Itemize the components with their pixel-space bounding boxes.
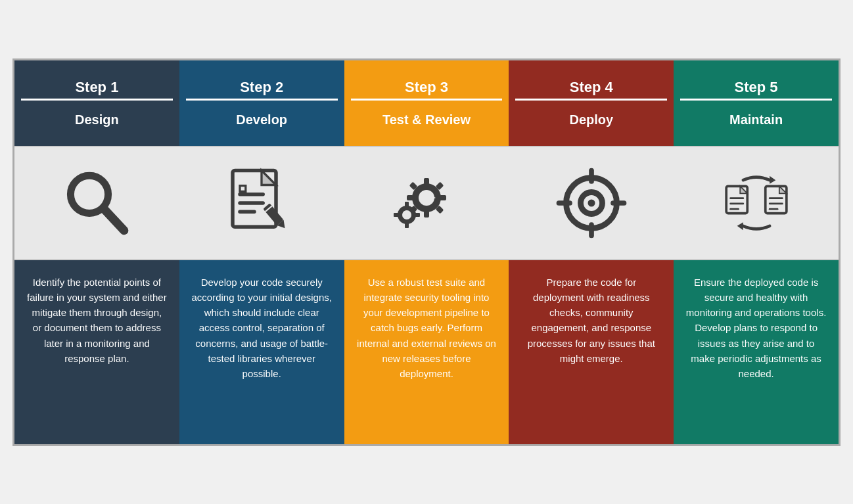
svg-rect-13	[424, 211, 429, 218]
step4-label: Step 4	[515, 79, 667, 101]
step1-label: Step 1	[21, 79, 173, 101]
step5-label: Step 5	[680, 79, 832, 101]
icon-row	[14, 146, 839, 260]
svg-rect-12	[424, 178, 429, 185]
infographic: Step 1 Design Step 2 Develop Step 3 Test…	[12, 58, 841, 446]
step5-header: Step 5 Maintain	[674, 60, 839, 146]
step5-desc-cell: Ensure the deployed code is secure and h…	[674, 260, 839, 444]
svg-rect-25	[415, 213, 420, 217]
svg-rect-14	[440, 195, 446, 200]
step4-phase: Deploy	[569, 112, 613, 127]
step2-desc-cell: Develop your code securely according to …	[179, 260, 344, 444]
step3-phase: Test & Review	[382, 112, 471, 127]
step1-phase: Design	[75, 112, 119, 127]
step1-description: Identify the potential points of failure…	[26, 275, 168, 367]
svg-point-22	[402, 210, 411, 219]
search-icon	[60, 167, 133, 239]
svg-marker-43	[737, 222, 743, 230]
step2-description: Develop your code securely according to …	[191, 275, 333, 382]
step1-icon-cell	[14, 147, 179, 259]
svg-rect-23	[405, 202, 409, 207]
header-row: Step 1 Design Step 2 Develop Step 3 Test…	[14, 60, 839, 146]
step3-description: Use a robust test suite and integrate se…	[356, 275, 497, 382]
svg-marker-42	[770, 175, 775, 183]
step1-desc-cell: Identify the potential points of failure…	[14, 260, 179, 444]
svg-rect-24	[405, 223, 409, 228]
step3-label: Step 3	[351, 79, 503, 101]
svg-rect-26	[394, 213, 399, 217]
document-edit-icon	[225, 167, 298, 239]
step1-header: Step 1 Design	[14, 60, 179, 146]
step5-description: Ensure the deployed code is secure and h…	[685, 275, 827, 382]
step5-icon-cell	[674, 147, 839, 259]
step4-header: Step 4 Deploy	[509, 60, 674, 146]
target-icon	[555, 167, 628, 239]
step4-desc-cell: Prepare the code for deployment with rea…	[509, 260, 674, 444]
step2-icon-cell	[179, 147, 344, 259]
desc-row: Identify the potential points of failure…	[14, 260, 839, 444]
step2-label: Step 2	[186, 79, 338, 101]
svg-line-1	[104, 208, 124, 230]
step3-desc-cell: Use a robust test suite and integrate se…	[344, 260, 509, 444]
step2-phase: Develop	[236, 112, 287, 127]
svg-point-29	[588, 199, 595, 206]
gears-icon	[390, 167, 463, 239]
svg-rect-15	[407, 195, 413, 200]
step2-header: Step 2 Develop	[179, 60, 344, 146]
step5-phase: Maintain	[729, 112, 783, 127]
refresh-docs-icon	[720, 167, 793, 239]
step4-description: Prepare the code for deployment with rea…	[520, 275, 662, 367]
step3-icon-cell	[344, 147, 509, 259]
step3-header: Step 3 Test & Review	[344, 60, 509, 146]
step4-icon-cell	[509, 147, 674, 259]
